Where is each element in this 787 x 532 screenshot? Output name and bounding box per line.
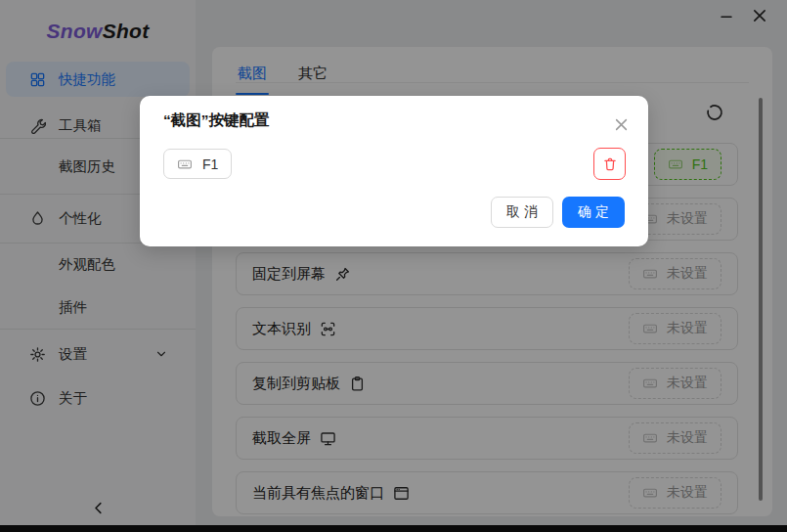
snowshot-window: SnowShot 快捷功能工具箱截图历史个性化外观配色插件设置关于 截图其它 F… <box>0 0 787 532</box>
close-icon[interactable] <box>613 116 630 133</box>
hotkey-input-button[interactable]: F1 <box>163 149 232 179</box>
keyboard-icon <box>177 156 193 172</box>
modal-mask[interactable] <box>0 0 787 532</box>
hotkey-value: F1 <box>202 156 218 172</box>
dialog-footer: 取 消 确 定 <box>491 197 625 228</box>
dialog-title: “截图”按键配置 <box>163 111 270 131</box>
delete-hotkey-button[interactable] <box>593 148 626 180</box>
confirm-button[interactable]: 确 定 <box>562 197 625 228</box>
cancel-button[interactable]: 取 消 <box>491 197 553 228</box>
hotkey-config-dialog: “截图”按键配置 F1 取 消 确 定 <box>140 96 648 246</box>
window-bottom-edge <box>0 525 787 532</box>
